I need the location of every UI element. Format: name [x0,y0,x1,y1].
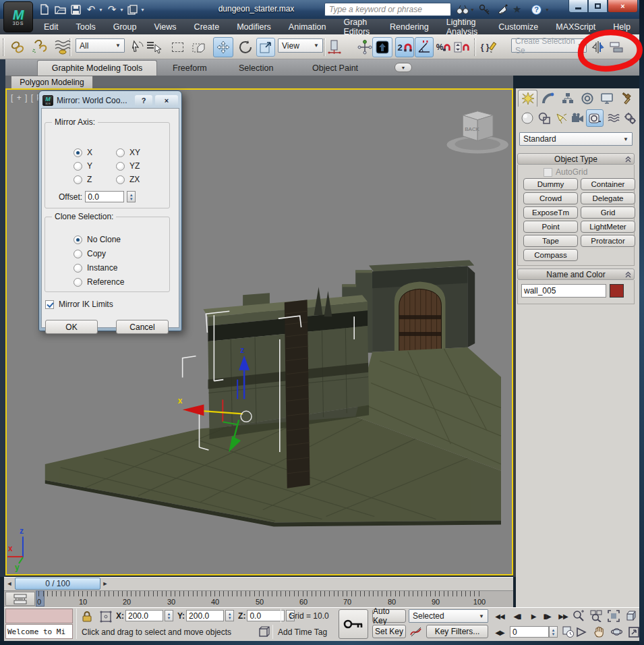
mini-curve-editor-button[interactable] [5,592,35,606]
shapes-category-icon[interactable] [536,110,552,126]
selection-set-filter-dropdown[interactable]: Selected▼ [409,609,488,623]
container-button[interactable]: Container [581,178,635,190]
menu-group[interactable]: Group [105,19,146,34]
radio-axis-xy[interactable]: XY [116,148,140,157]
communication-center-icon[interactable] [496,3,508,16]
space-warps-category-icon[interactable] [606,110,622,126]
zoom-icon[interactable] [572,609,585,622]
auto-key-button[interactable]: Auto Key [372,609,406,623]
search-binoculars-icon[interactable] [456,3,469,16]
y-coord-spinner[interactable]: ▲▼ [225,610,234,621]
redo-flyout-icon[interactable]: ▼ [119,7,124,12]
toolbar-grip[interactable] [474,38,476,56]
x-coord-field[interactable]: 200.0 [125,610,163,621]
favorites-star-icon[interactable]: ★ [513,3,521,16]
cancel-button[interactable]: Cancel [116,320,169,334]
mirror-dialog-titlebar[interactable]: M3DS Mirror: World Coo... ? × [41,93,179,108]
keyboard-shortcut-override-icon[interactable] [372,37,392,57]
search-input[interactable]: Type a keyword or phrase [324,3,451,16]
close-button[interactable]: × [608,0,638,13]
percent-snap-toggle-icon[interactable]: % [435,38,452,56]
point-button[interactable]: Point [523,221,578,233]
radio-axis-x[interactable]: X [74,148,92,157]
radio-no-clone[interactable]: No Clone [74,235,121,244]
spinner-snap-toggle-icon[interactable] [452,38,471,56]
license-key-icon[interactable] [479,3,491,16]
maximize-button[interactable] [588,0,608,13]
name-color-rollout-header[interactable]: Name and Color [517,269,635,280]
time-back-arrow[interactable]: ◄ [5,578,13,589]
crowd-button[interactable]: Crowd [523,192,578,204]
tab-object-paint[interactable]: Object Paint [312,60,358,76]
named-selection-set-dropdown[interactable]: Create Selection Se▼ [511,38,587,53]
autogrid-checkbox[interactable]: AutoGrid [544,167,587,177]
lights-category-icon[interactable] [553,110,569,126]
menu-graph-editors[interactable]: Graph Editors [334,19,381,34]
toolbar-grip[interactable] [3,38,5,56]
zoom-extents-all-icon[interactable] [624,609,638,622]
zoom-extents-icon[interactable] [607,609,620,622]
select-object-icon[interactable] [128,38,146,56]
delegate-button[interactable]: Delegate [581,192,635,204]
maximize-viewport-toggle-icon[interactable] [627,625,641,638]
dialog-help-button[interactable]: ? [135,95,152,107]
fov-icon[interactable] [575,625,588,638]
radio-copy[interactable]: Copy [74,249,106,258]
radio-axis-zx[interactable]: ZX [116,175,140,184]
tab-modify[interactable] [538,90,558,107]
use-pivot-center-icon[interactable] [326,38,343,56]
next-frame-button[interactable]: ▮▶ [539,610,554,622]
new-file-icon[interactable] [38,3,51,16]
cameras-category-icon[interactable] [570,110,586,126]
select-and-scale-icon[interactable] [256,38,275,57]
redo-icon[interactable]: ↷ [105,3,119,16]
menu-animation[interactable]: Animation [280,19,335,34]
tab-selection[interactable]: Selection [239,60,273,76]
help-icon[interactable]: ? [531,3,541,16]
time-forward-arrow[interactable]: ► [101,578,109,589]
default-tangent-icon[interactable] [409,625,423,638]
select-by-name-icon[interactable] [145,38,163,56]
tab-utilities[interactable] [616,90,636,107]
undo-flyout-icon[interactable]: ▼ [98,7,103,12]
x-coord-spinner[interactable]: ▲▼ [165,610,173,621]
frame-spinner[interactable]: ▲▼ [549,626,558,638]
select-and-rotate-icon[interactable] [236,38,255,57]
radio-axis-yz[interactable]: YZ [116,161,140,171]
time-slider[interactable]: 0 / 100 [15,578,100,590]
menu-rendering[interactable]: Rendering [381,19,438,34]
dummy-button[interactable]: Dummy [523,178,578,190]
dialog-close-button[interactable]: × [155,95,178,107]
selection-filter-dropdown[interactable]: All▼ [76,38,125,53]
zoom-all-icon[interactable] [589,609,603,622]
previous-frame-button[interactable]: ◀▮ [510,610,525,622]
lightmeter-button[interactable]: LightMeter [581,221,635,233]
menu-customize[interactable]: Customize [490,19,547,34]
current-frame-field[interactable]: 0 [510,626,549,638]
ok-button[interactable]: OK [45,320,98,334]
track-ruler-ticks[interactable]: 0 10 20 30 40 50 60 70 80 90 100 [36,590,482,607]
radio-reference[interactable]: Reference [74,277,124,287]
tab-create[interactable] [518,90,537,107]
helper-type-dropdown[interactable]: Standard▼ [519,132,633,146]
undo-icon[interactable]: ↶ [84,3,98,16]
select-and-move-icon[interactable] [213,37,233,57]
systems-category-icon[interactable] [622,110,638,126]
tab-graphite-modeling-tools[interactable]: Graphite Modeling Tools [37,60,157,76]
compass-button[interactable]: Compass [523,249,578,261]
minimize-button[interactable] [568,0,588,13]
tape-button[interactable]: Tape [523,235,578,247]
helpers-category-icon[interactable] [586,109,604,127]
qat-customize-icon[interactable]: ▼ [140,7,145,12]
snap-toggle-2d-icon[interactable]: 2 [395,37,414,57]
mirror-button[interactable] [589,38,607,56]
tab-freeform[interactable]: Freeform [173,60,207,76]
radio-axis-z[interactable]: Z [74,175,92,184]
ribbon-minimize-dropdown[interactable]: ▼ [394,63,412,72]
window-crossing-icon[interactable] [190,38,208,56]
select-and-link-icon[interactable] [9,38,26,56]
named-selection-sets-icon[interactable]: { } [479,38,499,56]
go-to-start-button[interactable]: ◀◀ [492,610,507,622]
toolbar-grip[interactable] [324,38,326,56]
tab-display[interactable] [597,90,616,107]
